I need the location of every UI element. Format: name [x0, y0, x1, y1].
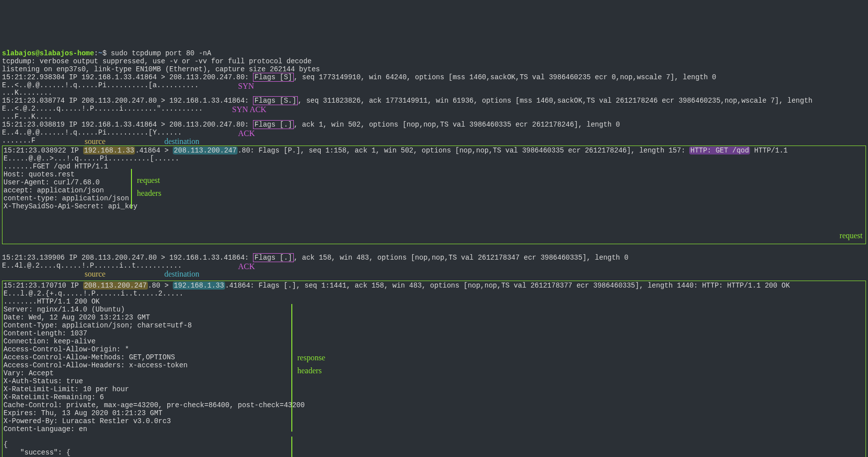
response-header: Content-Language: en [3, 425, 87, 433]
prompt-user: slabajos@slabajos-home [2, 49, 94, 57]
response-body-line: { [3, 441, 7, 449]
response-header: Access-Control-Allow-Methods: GET,OPTION… [3, 353, 175, 361]
request-headers-label-b: headers [137, 189, 161, 198]
response-packet: 15:21:23.170710 IP 208.113.200.247.80 > … [3, 282, 790, 290]
ack-label-2: ACK [238, 262, 255, 271]
response-box: 15:21:23.170710 IP 208.113.200.247.80 > … [2, 281, 866, 457]
flags-box: Flags [S.] [253, 96, 298, 105]
response-header: Date: Wed, 12 Aug 2020 13:21:23 GMT [3, 313, 150, 321]
response-header: Content-Length: 1037 [3, 329, 87, 337]
packet-1-hex: E..<..@.@......!.q.....Pi..........[a...… [2, 81, 199, 89]
source-label: source [85, 137, 106, 146]
response-headers-pipe [291, 304, 292, 432]
response-body-line: "success": { [3, 449, 70, 457]
syn-label: SYN [238, 82, 254, 91]
source-label-2: source [85, 270, 106, 279]
response-header: X-Powered-By: Luracast Restler v3.0.0rc3 [3, 417, 171, 425]
http-request-line: HTTP: GET /qod [689, 147, 750, 154]
request-header: Host: quotes.rest [3, 170, 75, 178]
dest-ip: 208.113.200.247 [173, 147, 238, 154]
response-header: Connection: keep-alive [3, 337, 96, 345]
packet-4-hex: E..4l.@.2....q.....!.P......i..t........… [2, 262, 182, 270]
request-headers-label-a: request [137, 176, 160, 185]
response-header: Expires: Thu, 13 Aug 2020 01:21:23 GMT [3, 409, 162, 417]
packet-3-hex: E..4..@.@......!.q.....Pi..........[Y...… [2, 129, 182, 137]
request-headers-pipe [131, 169, 132, 209]
response-header: Cache-Control: private, max-age=43200, p… [3, 401, 305, 409]
request-header: content-type: application/json [3, 194, 129, 202]
response-headers-label-a: response [297, 353, 325, 362]
response-header: X-RateLimit-Limit: 10 per hour [3, 385, 129, 393]
flags-box: Flags [.] [253, 253, 294, 262]
response-header: Access-Control-Allow-Headers: x-access-t… [3, 361, 188, 369]
packet-3: 15:21:23.038819 IP 192.168.1.33.41864 > … [2, 120, 620, 129]
destination-label-2: destination [164, 270, 199, 279]
packet-1: 15:21:22.938304 IP 192.168.1.33.41864 > … [2, 73, 716, 82]
response-header: Content-Type: application/json; charset=… [3, 321, 192, 329]
flags-box: Flags [.] [253, 120, 294, 129]
packet-2-hex2: ...F...K.... [2, 113, 52, 121]
prompt-path: ~ [98, 49, 102, 57]
packet-4: 15:21:23.139906 IP 208.113.200.247.80 > … [2, 253, 628, 262]
packet-3-hex2: .......F [2, 137, 35, 145]
synack-label: SYN ACK [232, 105, 266, 114]
flags-box: Flags [S] [253, 73, 294, 82]
tcpdump-banner-2: listening on enp37s0, link-type EN10MB (… [2, 65, 320, 73]
ack-label: ACK [238, 129, 255, 138]
response-body-label-a: response [297, 455, 325, 457]
command: sudo tcpdump port 80 -nA [111, 49, 211, 57]
source-ip: 192.168.1.33 [83, 147, 135, 154]
packet-1-hex2: ...K........ [2, 89, 52, 97]
dest-ip: 192.168.1.33 [173, 282, 225, 290]
request-header: User-Agent: curl/7.68.0 [3, 178, 100, 186]
request-header: accept: application/json [3, 186, 104, 194]
response-header: Server: nginx/1.14.0 (Ubuntu) [3, 305, 125, 313]
response-body-pipe [291, 437, 292, 457]
response-header: X-Auth-Status: true [3, 377, 83, 385]
response-hex: E...l.@.2.{+.q.....!.P......i..t.....2..… [3, 290, 183, 298]
destination-label: destination [164, 137, 199, 146]
request-hex2: .......FGET /qod HTTP/1.1 [3, 162, 108, 170]
packet-2: 15:21:23.038774 IP 208.113.200.247.80 > … [2, 96, 812, 105]
request-packet: 15:21:23.038922 IP 192.168.1.33.41864 > … [3, 147, 788, 154]
packet-2-hex: E..<.@.2.....q.....!.P......i........"..… [2, 105, 203, 113]
response-headers-label-b: headers [297, 366, 322, 375]
response-header: Vary: Accept [3, 369, 54, 377]
terminal[interactable]: slabajos@slabajos-home:~$ sudo tcpdump p… [0, 40, 868, 457]
prompt-sep: : [94, 49, 98, 57]
response-header: Access-Control-Allow-Origin: * [3, 345, 129, 353]
request-hex: E.....@.@..>...!.q.....Pi..........[....… [3, 154, 179, 162]
prompt-dollar: $ [103, 49, 111, 57]
source-ip: 208.113.200.247 [83, 282, 148, 290]
request-box: 15:21:23.038922 IP 192.168.1.33.41864 > … [2, 146, 866, 244]
response-header: X-RateLimit-Remaining: 6 [3, 393, 104, 401]
prompt-line: slabajos@slabajos-home:~$ sudo tcpdump p… [2, 49, 211, 57]
response-hex2: ........HTTP/1.1 200 OK [3, 298, 100, 305]
request-box-label: request [840, 231, 863, 240]
tcpdump-banner-1: tcpdump: verbose output suppressed, use … [2, 57, 312, 65]
request-header: X-TheySaidSo-Api-Secret: api_key [3, 202, 137, 210]
